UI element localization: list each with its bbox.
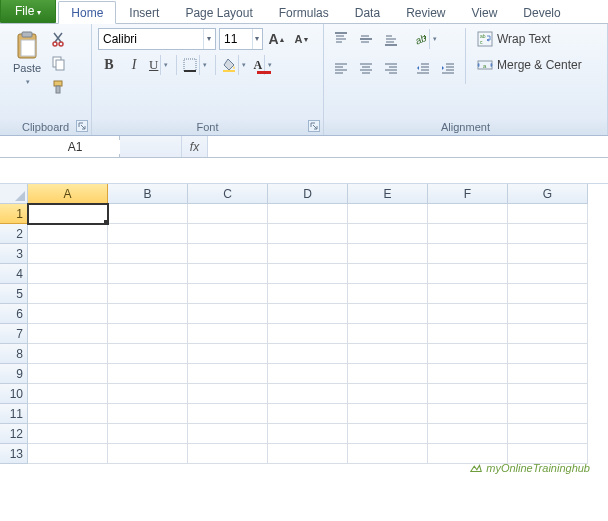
merge-center-button[interactable]: a Merge & Center [472,54,587,76]
column-header-A[interactable]: A [28,184,108,204]
cell-B4[interactable] [108,264,188,284]
row-header-11[interactable]: 11 [0,404,28,424]
row-header-2[interactable]: 2 [0,224,28,244]
cell-D7[interactable] [268,324,348,344]
cell-E13[interactable] [348,444,428,464]
cell-D12[interactable] [268,424,348,444]
cell-A8[interactable] [28,344,108,364]
row-header-7[interactable]: 7 [0,324,28,344]
select-all-corner[interactable] [0,184,28,204]
cell-A2[interactable] [28,224,108,244]
cell-E5[interactable] [348,284,428,304]
cell-F10[interactable] [428,384,508,404]
formula-input[interactable] [208,136,608,157]
column-header-F[interactable]: F [428,184,508,204]
cell-D8[interactable] [268,344,348,364]
increase-font-button[interactable]: A▲ [266,28,288,50]
cell-B8[interactable] [108,344,188,364]
cell-B1[interactable] [108,204,188,224]
align-right-button[interactable] [380,58,402,80]
cell-F5[interactable] [428,284,508,304]
column-header-B[interactable]: B [108,184,188,204]
font-launcher[interactable] [308,120,320,132]
tab-developer[interactable]: Develo [510,1,573,23]
cell-E3[interactable] [348,244,428,264]
wrap-text-button[interactable]: abc Wrap Text [472,28,587,50]
cell-F6[interactable] [428,304,508,324]
cell-D9[interactable] [268,364,348,384]
underline-button[interactable]: U▾ [148,54,171,76]
cell-C6[interactable] [188,304,268,324]
cell-C13[interactable] [188,444,268,464]
cell-F12[interactable] [428,424,508,444]
cell-G10[interactable] [508,384,588,404]
cell-G13[interactable] [508,444,588,464]
row-header-13[interactable]: 13 [0,444,28,464]
insert-function-button[interactable]: fx [182,136,208,157]
cell-D13[interactable] [268,444,348,464]
cut-button[interactable] [50,30,68,48]
cell-G12[interactable] [508,424,588,444]
cell-G2[interactable] [508,224,588,244]
cell-C10[interactable] [188,384,268,404]
align-middle-button[interactable] [355,28,377,50]
cell-D5[interactable] [268,284,348,304]
cell-C1[interactable] [188,204,268,224]
row-header-12[interactable]: 12 [0,424,28,444]
cell-C3[interactable] [188,244,268,264]
row-header-8[interactable]: 8 [0,344,28,364]
cell-G9[interactable] [508,364,588,384]
align-center-button[interactable] [355,58,377,80]
cell-D3[interactable] [268,244,348,264]
align-top-button[interactable] [330,28,352,50]
cell-A13[interactable] [28,444,108,464]
bold-button[interactable]: B [98,54,120,76]
cell-B13[interactable] [108,444,188,464]
orientation-button[interactable]: ab▾ [412,28,440,50]
cell-A6[interactable] [28,304,108,324]
cell-E11[interactable] [348,404,428,424]
tab-review[interactable]: Review [393,1,458,23]
cell-A5[interactable] [28,284,108,304]
italic-button[interactable]: I [123,54,145,76]
cell-B7[interactable] [108,324,188,344]
column-header-C[interactable]: C [188,184,268,204]
cell-B9[interactable] [108,364,188,384]
cell-B6[interactable] [108,304,188,324]
cell-D6[interactable] [268,304,348,324]
cell-G6[interactable] [508,304,588,324]
cell-D2[interactable] [268,224,348,244]
cell-A12[interactable] [28,424,108,444]
cell-C5[interactable] [188,284,268,304]
row-header-5[interactable]: 5 [0,284,28,304]
cell-E10[interactable] [348,384,428,404]
cell-F3[interactable] [428,244,508,264]
row-header-6[interactable]: 6 [0,304,28,324]
row-header-9[interactable]: 9 [0,364,28,384]
cell-C4[interactable] [188,264,268,284]
cell-C12[interactable] [188,424,268,444]
paste-button[interactable]: Paste [6,28,48,96]
cell-A4[interactable] [28,264,108,284]
column-header-D[interactable]: D [268,184,348,204]
cell-E7[interactable] [348,324,428,344]
cell-E8[interactable] [348,344,428,364]
file-tab[interactable]: File [0,0,56,23]
cell-F11[interactable] [428,404,508,424]
align-bottom-button[interactable] [380,28,402,50]
cell-C9[interactable] [188,364,268,384]
cell-C2[interactable] [188,224,268,244]
cell-G3[interactable] [508,244,588,264]
borders-button[interactable]: ▾ [182,54,210,76]
font-size-dropdown-icon[interactable]: ▾ [252,29,262,49]
cell-A1[interactable] [28,204,108,224]
cell-A3[interactable] [28,244,108,264]
cell-G8[interactable] [508,344,588,364]
cell-F1[interactable] [428,204,508,224]
decrease-indent-button[interactable] [412,58,434,80]
name-box[interactable]: ▾ [0,136,120,157]
cell-B12[interactable] [108,424,188,444]
cell-B10[interactable] [108,384,188,404]
row-header-3[interactable]: 3 [0,244,28,264]
cell-E6[interactable] [348,304,428,324]
